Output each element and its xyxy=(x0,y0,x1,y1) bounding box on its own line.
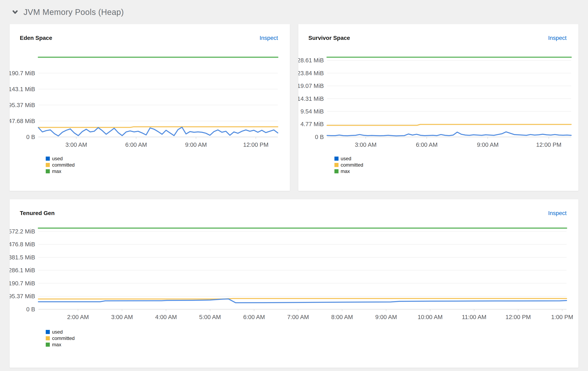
x-axis-label: 9:00 AM xyxy=(185,142,207,148)
panel-header: Tenured Gen Inspect xyxy=(10,199,578,217)
x-axis-label: 5:00 AM xyxy=(199,314,221,320)
x-axis-label: 9:00 AM xyxy=(375,314,397,320)
legend-label-max: max xyxy=(52,342,61,348)
legend-item-max: max xyxy=(46,168,290,174)
y-axis-label: 19.07 MiB xyxy=(298,83,324,89)
panel-tenured-gen: Tenured Gen Inspect 0 B95.37 MiB190.7 Mi… xyxy=(10,199,578,368)
legend-item-max: max xyxy=(335,168,579,174)
legend-label-committed: committed xyxy=(52,162,75,168)
x-axis-label: 12:00 PM xyxy=(536,142,561,148)
y-axis-label: 0 B xyxy=(26,306,35,313)
y-axis-label: 286.1 MiB xyxy=(10,267,35,273)
x-axis-label: 8:00 AM xyxy=(331,314,353,320)
y-axis-label: 190.7 MiB xyxy=(10,280,35,287)
legend-label-used: used xyxy=(341,156,351,162)
inspect-link-eden-space[interactable]: Inspect xyxy=(260,35,278,41)
x-axis-label: 12:00 PM xyxy=(243,142,268,148)
legend-label-used: used xyxy=(52,329,63,335)
x-axis-label: 6:00 AM xyxy=(416,142,437,148)
legend-label-committed: committed xyxy=(52,335,75,341)
panel-title-eden-space: Eden Space xyxy=(20,35,52,41)
y-axis-label: 28.61 MiB xyxy=(298,57,324,64)
inspect-link-survivor-space[interactable]: Inspect xyxy=(548,35,567,41)
legend-item-used: used xyxy=(46,155,290,162)
y-axis-label: 47.68 MiB xyxy=(10,118,35,124)
legend-label-max: max xyxy=(52,168,61,174)
legend-item-committed: committed xyxy=(335,162,579,168)
legend-label-max: max xyxy=(341,168,350,174)
top-row: Eden Space Inspect 0 B47.68 MiB95.37 MiB… xyxy=(10,24,578,191)
x-axis-label: 4:00 AM xyxy=(155,314,177,320)
panel-header: Eden Space Inspect xyxy=(10,24,290,42)
panel-eden-space: Eden Space Inspect 0 B47.68 MiB95.37 MiB… xyxy=(10,24,290,191)
y-axis-label: 95.37 MiB xyxy=(10,102,35,108)
series-line-committed xyxy=(327,124,571,126)
section-header[interactable]: JVM Memory Pools (Heap) xyxy=(10,7,578,17)
legend-item-committed: committed xyxy=(46,162,290,168)
legend-swatch-committed xyxy=(335,163,338,167)
legend-swatch-max xyxy=(46,169,50,173)
x-axis-label: 10:00 AM xyxy=(418,314,443,320)
series-line-used xyxy=(327,132,571,136)
panel-title-survivor-space: Survivor Space xyxy=(308,35,350,41)
y-axis-label: 572.2 MiB xyxy=(10,228,35,235)
y-axis-label: 381.5 MiB xyxy=(10,254,35,261)
x-axis-label: 12:00 PM xyxy=(505,314,531,320)
chevron-down-icon[interactable] xyxy=(12,9,19,16)
legend-swatch-used xyxy=(46,330,50,334)
dashboard-page: JVM Memory Pools (Heap) Eden Space Inspe… xyxy=(0,0,588,371)
x-axis-label: 2:00 AM xyxy=(67,314,89,320)
x-axis-label: 7:00 AM xyxy=(287,314,309,320)
series-line-committed xyxy=(38,127,278,127)
y-axis-label: 0 B xyxy=(26,134,35,140)
y-axis-label: 23.84 MiB xyxy=(298,70,324,76)
x-axis-label: 11:00 AM xyxy=(462,314,486,320)
y-axis-label: 476.8 MiB xyxy=(10,241,35,248)
legend-swatch-max xyxy=(46,343,50,347)
legend-swatch-committed xyxy=(46,336,50,340)
x-axis-label: 3:00 AM xyxy=(111,314,133,320)
series-line-committed xyxy=(38,298,567,299)
y-axis-label: 4.77 MiB xyxy=(300,121,324,127)
inspect-link-tenured-gen[interactable]: Inspect xyxy=(548,210,567,217)
legend-swatch-used xyxy=(335,157,338,161)
legend-survivor-space: usedcommittedmax xyxy=(335,155,579,174)
legend-tenured-gen: usedcommittedmax xyxy=(46,329,578,348)
panel-survivor-space: Survivor Space Inspect 0 B4.77 MiB9.54 M… xyxy=(298,24,579,191)
chart-tenured-gen: 0 B95.37 MiB190.7 MiB286.1 MiB381.5 MiB4… xyxy=(10,219,578,323)
legend-swatch-committed xyxy=(46,163,50,167)
legend-item-used: used xyxy=(46,329,578,335)
y-axis-label: 95.37 MiB xyxy=(10,293,35,299)
x-axis-label: 3:00 AM xyxy=(355,142,377,148)
x-axis-label: 6:00 AM xyxy=(125,142,147,148)
series-line-used xyxy=(38,299,567,303)
legend-label-used: used xyxy=(52,156,63,162)
y-axis-label: 190.7 MiB xyxy=(10,70,35,76)
legend-label-committed: committed xyxy=(341,162,363,168)
legend-swatch-max xyxy=(335,169,338,173)
panel-title-tenured-gen: Tenured Gen xyxy=(20,210,55,217)
x-axis-label: 9:00 AM xyxy=(477,142,498,148)
chart-eden-space: 0 B47.68 MiB95.37 MiB143.1 MiB190.7 MiB3… xyxy=(10,44,290,154)
legend-eden-space: usedcommittedmax xyxy=(46,155,290,174)
x-axis-label: 6:00 AM xyxy=(243,314,265,320)
x-axis-label: 3:00 AM xyxy=(65,142,87,148)
legend-item-used: used xyxy=(335,155,579,162)
y-axis-label: 143.1 MiB xyxy=(10,86,35,92)
panel-header: Survivor Space Inspect xyxy=(298,24,579,42)
legend-swatch-used xyxy=(46,157,50,161)
legend-item-max: max xyxy=(46,341,578,348)
y-axis-label: 14.31 MiB xyxy=(298,96,324,102)
section-title: JVM Memory Pools (Heap) xyxy=(23,8,124,17)
y-axis-label: 9.54 MiB xyxy=(300,108,324,115)
legend-item-committed: committed xyxy=(46,335,578,341)
series-line-used xyxy=(38,127,278,136)
x-axis-label: 1:00 PM xyxy=(551,314,573,320)
y-axis-label: 0 B xyxy=(315,134,324,140)
chart-survivor-space: 0 B4.77 MiB9.54 MiB14.31 MiB19.07 MiB23.… xyxy=(298,44,579,154)
